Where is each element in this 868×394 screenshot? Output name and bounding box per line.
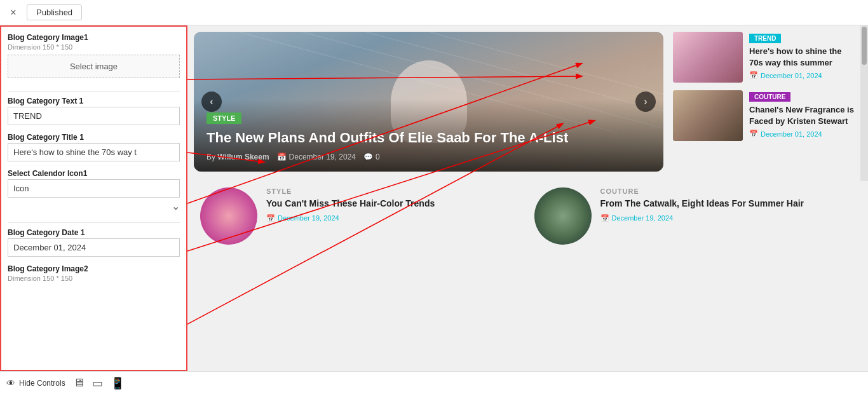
left-panel: Blog Category Image1 Dimension 150 * 150… bbox=[0, 25, 187, 371]
scrollbar-thumb bbox=[862, 27, 867, 65]
card-item-trend: TREND Here's how to shine the 70s way th… bbox=[673, 32, 854, 83]
top-row: STYLE The New Plans And Outfits Of Elie … bbox=[187, 25, 868, 181]
card-title-couture: Chanel's New Fragrance is Faced by Krist… bbox=[749, 104, 854, 127]
calendar-icon-trend: 📅 bbox=[749, 71, 758, 79]
slider-comments: 💬 0 bbox=[363, 153, 380, 161]
top-bar: × Published bbox=[0, 0, 868, 25]
field-label-image1: Blog Category Image1 bbox=[8, 33, 180, 42]
slider-title: The New Plans And Outfits Of Elie Saab F… bbox=[207, 129, 651, 147]
blog-circle-catwalk bbox=[534, 187, 592, 245]
calendar-icon-style: 📅 bbox=[266, 214, 275, 222]
center-right: STYLE The New Plans And Outfits Of Elie … bbox=[187, 25, 868, 371]
card-title-trend: Here's how to shine the 70s way this sum… bbox=[749, 46, 854, 69]
blog-category-style: STYLE bbox=[266, 187, 522, 195]
calendar-icon-couture: 📅 bbox=[749, 130, 758, 138]
published-button[interactable]: Published bbox=[27, 4, 82, 20]
field-label-image2: Blog Category Image2 bbox=[8, 264, 180, 273]
field-group-image2: Blog Category Image2 Dimension 150 * 150 bbox=[8, 264, 180, 282]
field-input-text1[interactable] bbox=[8, 107, 180, 125]
field-group-title1: Blog Category Title 1 bbox=[8, 133, 180, 161]
blog-date-couture: 📅 December 19, 2024 bbox=[600, 214, 856, 222]
calendar-icon-couture2: 📅 bbox=[600, 214, 609, 222]
blog-category-couture: COUTURE bbox=[600, 187, 856, 195]
field-label-icon1: Select Calendor Icon1 bbox=[8, 169, 180, 178]
tablet-icon[interactable]: ▭ bbox=[92, 376, 103, 390]
slider-category-badge: STYLE bbox=[207, 112, 241, 124]
card-thumb-trend bbox=[673, 32, 743, 83]
card-badge-trend: TREND bbox=[749, 34, 781, 43]
field-sub-image1: Dimension 150 * 150 bbox=[8, 43, 180, 51]
field-group-text1: Blog Category Text 1 bbox=[8, 97, 180, 125]
field-sub-image2: Dimension 150 * 150 bbox=[8, 275, 180, 282]
field-label-date1: Blog Category Date 1 bbox=[8, 228, 180, 237]
hide-controls-button[interactable]: 👁 Hide Controls bbox=[6, 378, 65, 388]
slider-overlay: STYLE The New Plans And Outfits Of Elie … bbox=[194, 99, 663, 172]
field-group-date1: Blog Category Date 1 bbox=[8, 228, 180, 257]
bottom-bar: 👁 Hide Controls 🖥 ▭ 📱 bbox=[0, 371, 868, 394]
close-button[interactable]: × bbox=[6, 6, 20, 20]
field-input-date1[interactable] bbox=[8, 238, 180, 257]
slider-wrapper: STYLE The New Plans And Outfits Of Elie … bbox=[187, 25, 670, 181]
card-date-couture: 📅 December 01, 2024 bbox=[749, 130, 854, 138]
field-group-image1: Blog Category Image1 Dimension 150 * 150… bbox=[8, 33, 180, 83]
blog-info-style: STYLE You Can't Miss These Hair-Color Tr… bbox=[266, 187, 522, 222]
comment-icon: 💬 bbox=[363, 153, 373, 161]
field-label-text1: Blog Category Text 1 bbox=[8, 97, 180, 105]
blog-info-couture: COUTURE From The Catwalk, Eight Ideas Fo… bbox=[600, 187, 856, 222]
field-input-title1[interactable] bbox=[8, 143, 180, 161]
scrollbar[interactable] bbox=[860, 25, 868, 181]
slider-prev-button[interactable]: ‹ bbox=[201, 92, 222, 112]
slider-area: STYLE The New Plans And Outfits Of Elie … bbox=[194, 32, 663, 172]
slider-date: 📅 December 19, 2024 bbox=[277, 153, 356, 161]
card-info-couture: COUTURE Chanel's New Fragrance is Faced … bbox=[749, 90, 854, 138]
main-layout: Blog Category Image1 Dimension 150 * 150… bbox=[0, 25, 868, 371]
eye-icon: 👁 bbox=[6, 378, 15, 388]
blog-date-style: 📅 December 19, 2024 bbox=[266, 214, 522, 222]
card-info-trend: TREND Here's how to shine the 70s way th… bbox=[749, 32, 854, 79]
card-item-couture: COUTURE Chanel's New Fragrance is Faced … bbox=[673, 90, 854, 141]
blog-item-couture: COUTURE From The Catwalk, Eight Ideas Fo… bbox=[528, 181, 862, 251]
slider-next-button[interactable]: › bbox=[635, 92, 656, 112]
slider-by: By Willum Skeem bbox=[207, 153, 269, 161]
blog-title-style: You Can't Miss These Hair-Color Trends bbox=[266, 198, 522, 210]
cards-column: TREND Here's how to shine the 70s way th… bbox=[670, 25, 860, 181]
select-image-button-1[interactable]: Select image bbox=[8, 55, 180, 78]
dropdown-row-icon1: ⌄ bbox=[8, 198, 180, 215]
hide-controls-label: Hide Controls bbox=[19, 379, 65, 388]
content-area: STYLE The New Plans And Outfits Of Elie … bbox=[187, 25, 868, 371]
mobile-icon[interactable]: 📱 bbox=[111, 376, 125, 390]
blog-circle-hair bbox=[200, 187, 257, 245]
field-group-icon1: Select Calendor Icon1 ⌄ bbox=[8, 169, 180, 215]
card-thumb-couture bbox=[673, 90, 743, 141]
chevron-down-icon[interactable]: ⌄ bbox=[172, 200, 180, 212]
calendar-icon: 📅 bbox=[277, 153, 287, 161]
blog-title-couture: From The Catwalk, Eight Ideas For Summer… bbox=[600, 198, 856, 210]
field-input-icon1[interactable] bbox=[8, 179, 180, 198]
slider-meta: By Willum Skeem 📅 December 19, 2024 💬 0 bbox=[207, 153, 651, 161]
card-badge-couture: COUTURE bbox=[749, 92, 790, 102]
field-label-title1: Blog Category Title 1 bbox=[8, 133, 180, 142]
bottom-section: STYLE You Can't Miss These Hair-Color Tr… bbox=[187, 181, 868, 257]
card-date-trend: 📅 December 01, 2024 bbox=[749, 71, 854, 79]
blog-item-style: STYLE You Can't Miss These Hair-Color Tr… bbox=[194, 181, 528, 251]
desktop-icon[interactable]: 🖥 bbox=[73, 376, 85, 390]
